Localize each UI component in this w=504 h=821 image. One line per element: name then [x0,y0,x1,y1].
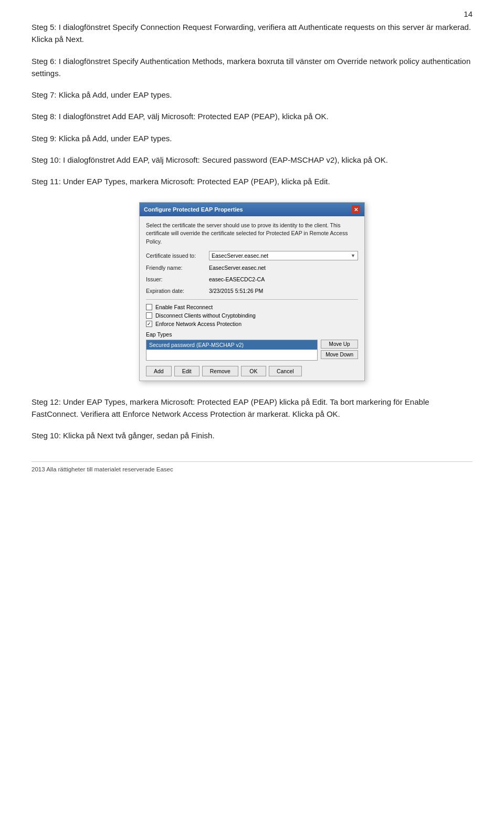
dialog-title: Configure Protected EAP Properties [144,206,243,213]
certificate-label: Certificate issued to: [146,252,209,259]
dialog-description: Select the certificate the server should… [146,222,358,246]
expiration-label: Expiration date: [146,288,209,294]
disconnect-row: Disconnect Clients without Cryptobinding [146,312,358,319]
step9-paragraph: Steg 9: Klicka på Add, under EAP types. [32,132,472,144]
ok-button[interactable]: OK [241,366,266,376]
move-up-button[interactable]: Move Up [321,340,358,349]
expiration-value: 3/23/2015 5:51:26 PM [209,287,358,295]
separator1 [146,299,358,300]
eap-move-buttons: Move Up Move Down [321,340,358,359]
eap-types-list[interactable]: Secured password (EAP-MSCHAP v2) [146,340,318,361]
certificate-dropdown-arrow: ▼ [351,253,355,258]
friendly-name-value: EasecServer.easec.net [209,264,358,272]
friendly-name-row: Friendly name: EasecServer.easec.net [146,264,358,272]
disconnect-label: Disconnect Clients without Cryptobinding [155,312,256,319]
step8-paragraph: Steg 8: I dialogfönstret Add EAP, välj M… [32,110,472,122]
step12-paragraph: Steg 12: Under EAP Types, markera Micros… [32,396,472,420]
certificate-dropdown[interactable]: EasecServer.easec.net ▼ [209,251,358,260]
dialog-action-buttons: Add Edit Remove OK Cancel [146,366,358,376]
dialog-window: Configure Protected EAP Properties ✕ Sel… [139,202,365,381]
dialog-close-button[interactable]: ✕ [352,205,360,214]
step11-paragraph: Steg 11: Under EAP Types, markera Micros… [32,175,472,187]
fast-reconnect-label: Enable Fast Reconnect [155,304,213,310]
fast-reconnect-row: Enable Fast Reconnect [146,304,358,310]
friendly-name-label: Friendly name: [146,265,209,271]
step10a-paragraph: Steg 10: I dialogfönstret Add EAP, välj … [32,154,472,166]
dialog-titlebar: Configure Protected EAP Properties ✕ [140,203,364,216]
footer-text: 2013 Alla rättigheter till materialet re… [32,466,173,472]
enforce-row: Enforce Network Access Protection [146,321,358,327]
fast-reconnect-checkbox[interactable] [146,304,152,310]
footer: 2013 Alla rättigheter till materialet re… [32,461,472,472]
disconnect-checkbox[interactable] [146,312,152,319]
certificate-row: Certificate issued to: EasecServer.easec… [146,251,358,260]
page-container: 14 Steg 5: I dialogfönstret Specify Conn… [0,0,504,483]
issuer-label: Issuer: [146,276,209,282]
move-down-button[interactable]: Move Down [321,350,358,359]
add-button[interactable]: Add [146,366,172,376]
enforce-checkbox[interactable] [146,321,152,327]
dialog-body: Select the certificate the server should… [140,216,364,381]
issuer-row: Issuer: easec-EASECDC2-CA [146,275,358,283]
step5-paragraph: Steg 5: I dialogfönstret Specify Connect… [32,21,472,46]
step10b-paragraph: Steg 10: Klicka på Next två gånger, seda… [32,429,472,441]
enforce-label: Enforce Network Access Protection [155,321,242,327]
step7-paragraph: Steg 7: Klicka på Add, under EAP types. [32,89,472,101]
issuer-value: easec-EASECDC2-CA [209,275,358,283]
certificate-value: EasecServer.easec.net [212,252,349,259]
eap-list-item[interactable]: Secured password (EAP-MSCHAP v2) [146,340,317,350]
step6-paragraph: Steg 6: I dialogfönstret Specify Authent… [32,55,472,80]
expiration-row: Expiration date: 3/23/2015 5:51:26 PM [146,287,358,295]
edit-button[interactable]: Edit [174,366,200,376]
remove-button[interactable]: Remove [202,366,238,376]
eap-types-section-label: Eap Types [146,331,358,338]
page-number: 14 [464,9,472,18]
cancel-button[interactable]: Cancel [269,366,302,376]
dialog-container: Configure Protected EAP Properties ✕ Sel… [32,202,472,381]
eap-types-container: Secured password (EAP-MSCHAP v2) Move Up… [146,340,358,361]
